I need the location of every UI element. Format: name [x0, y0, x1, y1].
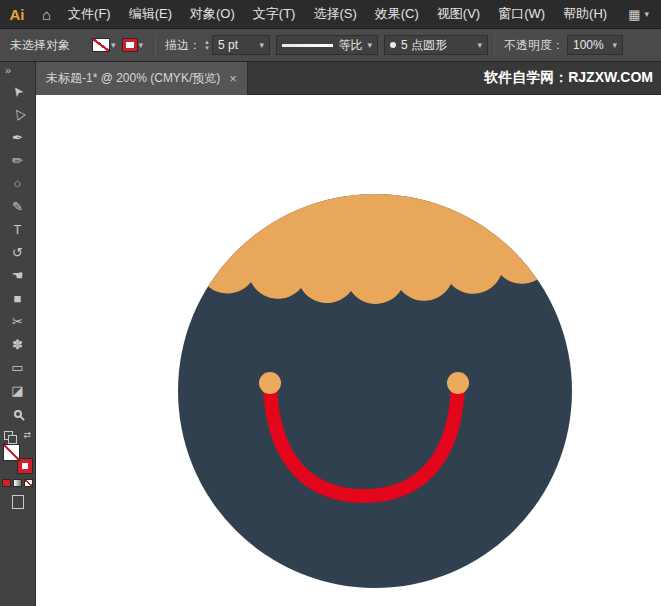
selection-tool-icon: ➤ — [8, 83, 27, 101]
menu-select[interactable]: 选择(S) — [304, 0, 365, 29]
blob-brush-tool[interactable]: ✽ — [6, 333, 30, 356]
pen-tool-icon: ✒ — [12, 130, 23, 145]
eraser-tool-icon: ▭ — [11, 360, 23, 375]
stroke-weight-dropdown[interactable]: 5 pt ▾ — [212, 35, 270, 55]
chevron-down-icon: ▾ — [139, 40, 144, 50]
document-tab[interactable]: 未标题-1* @ 200% (CMYK/预览) × — [36, 62, 248, 95]
opacity-dropdown[interactable]: 100% ▾ — [567, 35, 623, 55]
fill-swatch[interactable] — [3, 444, 20, 461]
chevron-down-icon: ▾ — [644, 9, 649, 19]
brush-definition-dropdown[interactable]: 5 点圆形 ▾ — [384, 35, 488, 55]
separator — [155, 34, 156, 56]
gradient-mode-icon[interactable] — [13, 479, 22, 487]
scissors-tool[interactable]: ✂ — [6, 310, 30, 333]
home-icon[interactable]: ⌂ — [34, 6, 59, 23]
tool-list: ➤ ▷ ✒ ✏ ○ ✎ T ↺ ☚ ■ ✂ ✽ ▭ ◪ — [0, 78, 35, 425]
selection-tool[interactable]: ➤ — [6, 80, 30, 103]
stepper-down-icon[interactable]: ▼ — [204, 45, 210, 51]
type-tool-icon: T — [14, 222, 22, 237]
scissors-tool-icon: ✂ — [12, 314, 23, 329]
opacity-label: 不透明度： — [504, 37, 564, 54]
watermark-text: 软件自学网：RJZXW.COM — [484, 69, 661, 87]
smile-dot-right[interactable] — [447, 372, 469, 394]
menu-type[interactable]: 文字(T) — [244, 0, 305, 29]
rectangle-tool[interactable]: ■ — [6, 287, 30, 310]
control-bar: 未选择对象 ▾ ▾ 描边： ▲ ▼ 5 pt ▾ 等比 ▾ 5 点圆形 ▾ 不透… — [0, 29, 661, 62]
menu-view[interactable]: 视图(V) — [428, 0, 489, 29]
shape-tool-icon: ◪ — [11, 383, 23, 398]
fill-color-control[interactable]: ▾ — [92, 38, 116, 52]
brush-preview-icon — [390, 42, 396, 48]
chevron-down-icon: ▾ — [259, 40, 264, 50]
color-mode-row — [0, 479, 35, 487]
hand-tool-icon: ☚ — [12, 268, 24, 283]
fill-none-swatch-icon — [92, 38, 110, 52]
rectangle-tool-icon: ■ — [14, 291, 22, 306]
menu-bar: Ai ⌂ 文件(F) 编辑(E) 对象(O) 文字(T) 选择(S) 效果(C)… — [0, 0, 661, 29]
direct-selection-tool-icon: ▷ — [8, 106, 26, 123]
stroke-weight-label: 描边： — [165, 37, 201, 54]
width-profile-dropdown[interactable]: 等比 ▾ — [276, 35, 378, 55]
brush-name: 5 点圆形 — [401, 37, 472, 54]
paintbrush-tool[interactable]: ✏ — [6, 149, 30, 172]
draw-normal-mode-icon[interactable] — [12, 495, 24, 509]
tools-panel: » ➤ ▷ ✒ ✏ ○ ✎ T ↺ ☚ ■ ✂ ✽ ▭ ◪ ⇄ — [0, 62, 36, 606]
smile-dot-left[interactable] — [259, 372, 281, 394]
artwork-svg — [36, 95, 661, 606]
fill-stroke-indicator — [3, 444, 33, 474]
menu-help[interactable]: 帮助(H) — [554, 0, 616, 29]
swatch-shortcuts: ⇄ — [0, 425, 35, 440]
stroke-profile-preview — [282, 44, 333, 47]
rotate-tool[interactable]: ↺ — [6, 241, 30, 264]
workspace-icon: ▦ — [628, 7, 640, 22]
workspace-switcher[interactable]: ▦ ▾ — [616, 7, 661, 22]
rotate-tool-icon: ↺ — [12, 245, 23, 260]
chevron-down-icon: ▾ — [111, 40, 116, 50]
chevron-down-icon: ▾ — [477, 40, 482, 50]
profile-label: 等比 — [338, 37, 362, 54]
menu-file[interactable]: 文件(F) — [59, 0, 120, 29]
menu-edit[interactable]: 编辑(E) — [120, 0, 181, 29]
menu-window[interactable]: 窗口(W) — [489, 0, 554, 29]
document-title: 未标题-1* @ 200% (CMYK/预览) — [46, 70, 220, 87]
hair-shape[interactable] — [176, 155, 576, 304]
stroke-weight-stepper[interactable]: ▲ ▼ — [204, 39, 210, 51]
zoom-tool-icon — [14, 410, 22, 418]
shape-tool[interactable]: ◪ — [6, 379, 30, 402]
zoom-tool[interactable] — [6, 402, 30, 425]
ellipse-tool[interactable]: ○ — [6, 172, 30, 195]
app-logo: Ai — [0, 6, 34, 23]
chevron-down-icon: ▾ — [367, 40, 372, 50]
pen-tool[interactable]: ✒ — [6, 126, 30, 149]
separator — [494, 34, 495, 56]
paintbrush-tool-icon: ✏ — [12, 153, 23, 168]
opacity-value: 100% — [573, 38, 607, 52]
close-icon[interactable]: × — [229, 71, 237, 86]
document-tab-bar: 未标题-1* @ 200% (CMYK/预览) × 软件自学网：RJZXW.CO… — [36, 62, 661, 95]
selection-status: 未选择对象 — [0, 37, 92, 54]
type-tool[interactable]: T — [6, 218, 30, 241]
swap-fill-stroke-icon[interactable]: ⇄ — [23, 431, 31, 440]
ellipse-tool-icon: ○ — [14, 176, 22, 191]
color-mode-icon[interactable] — [2, 479, 11, 487]
eraser-tool[interactable]: ▭ — [6, 356, 30, 379]
direct-selection-tool[interactable]: ▷ — [6, 103, 30, 126]
blob-brush-tool-icon: ✽ — [12, 337, 23, 352]
pencil-tool[interactable]: ✎ — [6, 195, 30, 218]
stroke-color-swatch-icon — [122, 38, 138, 52]
stroke-color-control[interactable]: ▾ — [122, 38, 144, 52]
menu-effect[interactable]: 效果(C) — [366, 0, 428, 29]
artboard-canvas[interactable] — [36, 95, 661, 606]
pencil-tool-icon: ✎ — [12, 199, 23, 214]
collapse-panel-icon[interactable]: » — [0, 62, 35, 78]
menu-object[interactable]: 对象(O) — [181, 0, 244, 29]
stroke-weight-value: 5 pt — [218, 38, 254, 52]
none-mode-icon[interactable] — [24, 479, 33, 487]
chevron-down-icon: ▾ — [612, 40, 617, 50]
default-fill-stroke-icon[interactable] — [4, 431, 13, 440]
hand-tool[interactable]: ☚ — [6, 264, 30, 287]
